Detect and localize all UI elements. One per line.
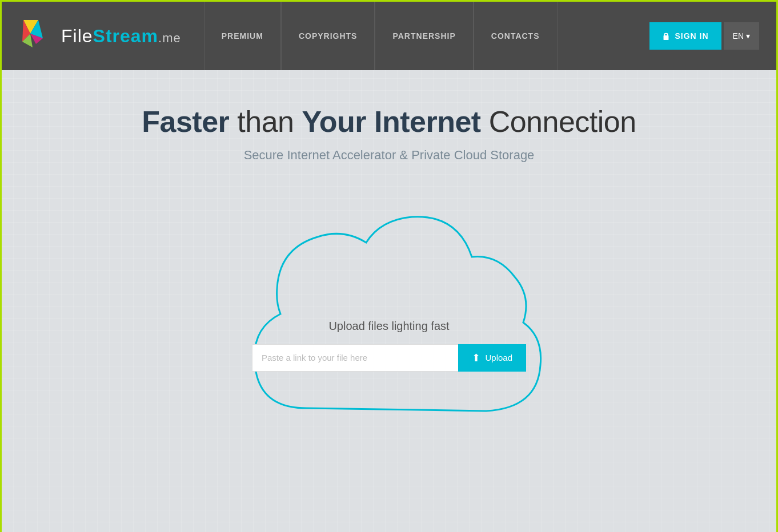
nav-partnership[interactable]: PARTNERSHIP (375, 2, 473, 70)
upload-row: ⬆ Upload (252, 344, 526, 372)
nav-right: SIGN IN EN ▾ (649, 22, 759, 50)
language-button[interactable]: EN ▾ (724, 22, 759, 50)
upload-label: Upload files lighting fast (328, 320, 449, 333)
hero-title: Faster than Your Internet Connection (142, 104, 636, 139)
cloud-upload-area: Upload files lighting fast ⬆ Upload (223, 191, 555, 442)
logo-text: FileStream.me (61, 26, 181, 47)
nav-contacts[interactable]: CONTACTS (474, 2, 558, 70)
main-content: Faster than Your Internet Connection Sec… (2, 70, 776, 532)
navbar: FileStream.me PREMIUM COPYRIGHTS PARTNER… (2, 2, 776, 70)
svg-rect-5 (664, 35, 669, 40)
nav-copyrights[interactable]: COPYRIGHTS (281, 2, 375, 70)
lock-icon (662, 31, 670, 41)
hero-subtitle: Secure Internet Accelerator & Private Cl… (244, 148, 535, 163)
signin-button[interactable]: SIGN IN (649, 22, 721, 50)
logo-icon (19, 18, 55, 54)
logo[interactable]: FileStream.me (19, 18, 181, 54)
nav-premium[interactable]: PREMIUM (204, 2, 281, 70)
nav-links: PREMIUM COPYRIGHTS PARTNERSHIP CONTACTS (204, 2, 650, 70)
url-input[interactable] (252, 344, 458, 372)
cloud-inner: Upload files lighting fast ⬆ Upload (223, 320, 555, 372)
upload-cloud-icon: ⬆ (472, 352, 480, 364)
upload-button[interactable]: ⬆ Upload (458, 344, 526, 372)
cloud-svg (223, 191, 555, 442)
